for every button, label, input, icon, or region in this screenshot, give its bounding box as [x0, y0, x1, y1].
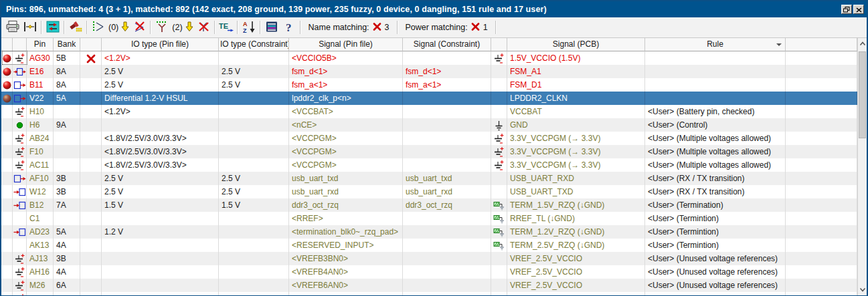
pin-row-AB24[interactable]: AB24<1.8V/2.5V/3.0V/3.3V><VCCPGM>3.3V_VC… — [1, 132, 857, 145]
cell-sig_pcb[interactable]: VREF_2.5V_VCCIO — [507, 279, 645, 292]
filter-clear-button[interactable] — [131, 19, 148, 36]
cell-sig_pcb[interactable]: VREF_2.5V_VCCIO — [507, 252, 645, 265]
cell-sig_pin[interactable]: usb_uart_rxd — [289, 185, 403, 198]
pin-row-AF10[interactable]: AF103B2.5 V2.5 Vusb_uart_txdusb_uart_txd… — [1, 172, 857, 185]
cell-rule[interactable]: <User> (Unused voltage references) — [645, 252, 786, 265]
cell-pcbicon[interactable] — [491, 265, 507, 279]
cell-io_con[interactable] — [219, 252, 289, 265]
cell-io_pin[interactable] — [102, 252, 219, 265]
cell-match[interactable] — [80, 265, 102, 279]
cell-sig_con[interactable]: usb_uart_txd — [403, 172, 491, 185]
cell-io_pin[interactable]: <1.2V> — [102, 51, 219, 65]
cell-io_con[interactable] — [219, 105, 289, 118]
cell-sig_pin[interactable]: fsm_a<1> — [289, 78, 403, 92]
cell-io_con[interactable]: 2.5 V — [219, 78, 289, 92]
cell-sig_con[interactable] — [403, 132, 491, 145]
cell-pcbicon[interactable] — [491, 239, 507, 252]
swap-pins-button[interactable] — [44, 19, 62, 36]
cell-bank[interactable] — [54, 145, 80, 158]
cell-status[interactable] — [1, 212, 13, 225]
cell-match[interactable] — [80, 225, 102, 239]
cell-sig_con[interactable]: fsm_a<1> — [403, 78, 491, 92]
pin-row-AH16[interactable]: AH164A<VREFB4AN0>VREF_2.5V_VCCIO<User> (… — [1, 265, 857, 279]
cell-match[interactable] — [80, 51, 102, 65]
cell-bank[interactable]: 8A — [54, 65, 80, 78]
cell-ptype[interactable] — [13, 279, 27, 292]
cell-pin[interactable]: B12 — [27, 198, 54, 212]
cell-ptype[interactable] — [13, 158, 27, 172]
cell-pcbicon[interactable] — [491, 292, 507, 295]
cell-pcbicon[interactable] — [491, 145, 507, 158]
cell-status[interactable] — [1, 158, 13, 172]
cell-bank[interactable]: 4A — [54, 239, 80, 252]
cell-bank[interactable]: 8A — [54, 292, 80, 295]
cell-pin[interactable]: AF10 — [27, 172, 54, 185]
cell-ptype[interactable] — [13, 65, 27, 78]
cell-ptype[interactable] — [13, 212, 27, 225]
cell-pin[interactable]: W12 — [27, 185, 54, 198]
cell-sig_con[interactable]: usb_uart_rxd — [403, 185, 491, 198]
column-header-io_con[interactable]: IO type (Constraint) — [219, 38, 289, 51]
pin-row-E16[interactable]: E168A2.5 V2.5 Vfsm_d<1>fsm_d<1>FSM_A1 — [1, 65, 857, 78]
cell-pin[interactable]: B8 — [27, 292, 54, 295]
cell-sig_con[interactable] — [403, 212, 491, 225]
cell-rule[interactable]: <User> (Unused voltage references) — [645, 265, 786, 279]
cell-rule[interactable] — [645, 78, 786, 92]
cell-sig_con[interactable] — [403, 239, 491, 252]
cell-sig_pin[interactable]: ddr3_oct_rzq — [289, 198, 403, 212]
cell-bank[interactable]: 5B — [54, 51, 80, 65]
cell-io_pin[interactable]: Differential 1.2-V HSUL — [102, 92, 219, 105]
cell-pcbicon[interactable] — [491, 78, 507, 92]
cell-sig_con[interactable]: fsm_d<1> — [403, 65, 491, 78]
cell-sig_con[interactable] — [403, 252, 491, 265]
cell-sig_pin[interactable]: <VCCPGM> — [289, 158, 403, 172]
cell-match[interactable] — [80, 252, 102, 265]
cell-bank[interactable]: 5A — [54, 92, 80, 105]
cell-io_pin[interactable]: 1.5 V — [102, 198, 219, 212]
cell-io_pin[interactable] — [102, 239, 219, 252]
cell-bank[interactable]: 8A — [54, 78, 80, 92]
scroll-up-button[interactable] — [858, 38, 867, 49]
cell-sig_con[interactable] — [403, 92, 491, 105]
cell-pcbicon[interactable] — [491, 252, 507, 265]
cell-ptype[interactable] — [13, 239, 27, 252]
cell-sig_con[interactable] — [403, 118, 491, 132]
cell-ptype[interactable] — [13, 78, 27, 92]
scrollbar-thumb[interactable] — [859, 51, 866, 138]
cell-ptype[interactable] — [13, 252, 27, 265]
cell-pin[interactable]: AC11 — [27, 158, 54, 172]
cell-rule[interactable]: <User> (Multiple voltages allowed) — [645, 158, 786, 172]
cell-pin[interactable]: AD23 — [27, 225, 54, 239]
cell-pin[interactable]: E16 — [27, 65, 54, 78]
cell-ptype[interactable] — [13, 198, 27, 212]
cell-sig_pin[interactable]: <nCE> — [289, 118, 403, 132]
cell-match[interactable] — [80, 279, 102, 292]
cell-pin[interactable]: AB24 — [27, 132, 54, 145]
column-header-pin[interactable]: Pin — [27, 38, 54, 51]
cell-sig_pin[interactable]: <termination_blk0~_rzq_pad> — [289, 225, 403, 239]
cell-io_pin[interactable] — [102, 292, 219, 295]
cell-bank[interactable]: 4A — [54, 265, 80, 279]
pin-row-V22[interactable]: V225ADifferential 1.2-V HSULlpddr2_clk_p… — [1, 92, 857, 105]
cell-rule[interactable] — [645, 65, 786, 78]
pin-row-M26[interactable]: M266A<VREFB6AN0>VREF_2.5V_VCCIO<User> (U… — [1, 279, 857, 292]
pin-row-B8[interactable]: B88A<VREFB8AN0>VREF_2.5V_VCCIO<User> (Un… — [1, 292, 857, 295]
pin-row-AJ13[interactable]: AJ133B<VREFB3BN0>VREF_2.5V_VCCIO<User> (… — [1, 252, 857, 265]
cell-ptype[interactable] — [13, 225, 27, 239]
cell-rule[interactable]: <User> (Control) — [645, 118, 786, 132]
cell-io_pin[interactable]: 2.5 V — [102, 185, 219, 198]
cell-status[interactable] — [1, 172, 13, 185]
cell-sig_pin[interactable]: <VREFB6AN0> — [289, 279, 403, 292]
cell-bank[interactable]: 9A — [54, 118, 80, 132]
cell-sig_pin[interactable]: usb_uart_txd — [289, 172, 403, 185]
cell-sig_pin[interactable]: <VREFB4AN0> — [289, 265, 403, 279]
cell-pin[interactable]: AG30 — [27, 51, 54, 65]
cell-status[interactable] — [1, 239, 13, 252]
cell-bank[interactable] — [54, 132, 80, 145]
cell-sig_con[interactable] — [403, 225, 491, 239]
cell-io_con[interactable] — [219, 118, 289, 132]
cell-sig_pin[interactable]: <VCCPGM> — [289, 145, 403, 158]
filter-dropdown-button[interactable] — [120, 19, 131, 36]
pin-row-AG30[interactable]: AG305B<1.2V><VCCIO5B>1.5V_VCCIO (1.5V) — [1, 51, 857, 65]
cell-ptype[interactable] — [13, 145, 27, 158]
